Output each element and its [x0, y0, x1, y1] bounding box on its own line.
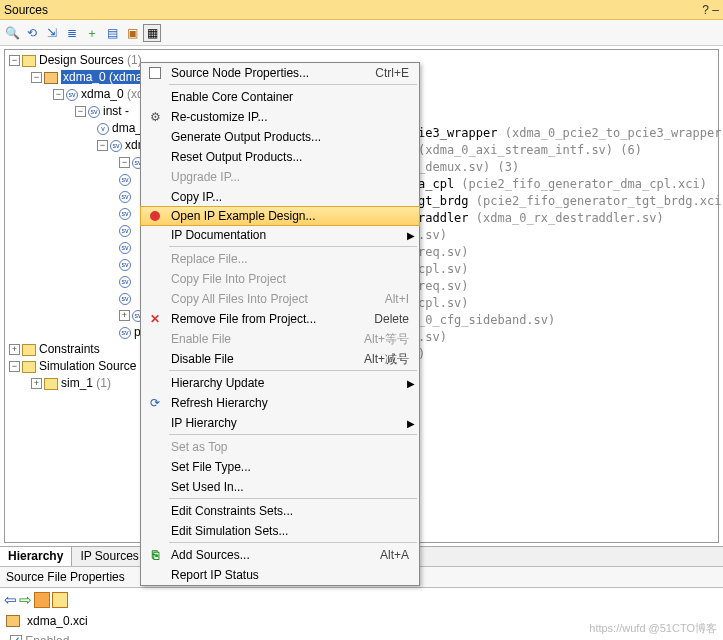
expander-icon[interactable]: −	[31, 72, 42, 83]
file-instance-name: raddler	[418, 211, 469, 225]
menu-item-refresh-hierarchy[interactable]: ⟳Refresh Hierarchy	[141, 393, 419, 413]
tree-file-row[interactable]: a_cpl (pcie2_fifo_generator_dma_cpl.xci)	[418, 176, 723, 193]
menu-item-open-ip-example-design[interactable]: Open IP Example Design...	[140, 206, 420, 226]
menu-item-remove-file-from-project[interactable]: ✕Remove File from Project...Delete	[141, 309, 419, 329]
expander-icon[interactable]: −	[53, 89, 64, 100]
menu-item-ip-hierarchy[interactable]: IP Hierarchy▶	[141, 413, 419, 433]
sv-icon: sv	[119, 293, 131, 305]
tree-file-row[interactable]: req.sv)	[418, 244, 723, 261]
tab-hierarchy[interactable]: Hierarchy	[0, 547, 72, 566]
tree-file-row[interactable]: ie3_wrapper (xdma_0_pcie2_to_pcie3_wrapp…	[418, 125, 723, 142]
tree-file-row[interactable]: )	[418, 346, 723, 363]
menu-item-re-customize-ip[interactable]: ⚙Re-customize IP...	[141, 107, 419, 127]
tree-file-row[interactable]: cpl.sv)	[418, 295, 723, 312]
chip-icon[interactable]: ▣	[123, 24, 141, 42]
menu-item-set-as-top: Set as Top	[141, 437, 419, 457]
back-icon[interactable]: ⇦	[4, 591, 17, 609]
show-icon[interactable]: ⟲	[23, 24, 41, 42]
tree-file-row[interactable]: raddler (xdma_0_rx_destraddler.sv)	[418, 210, 723, 227]
file-instance-name: ie3_wrapper	[418, 126, 497, 140]
tree-file-row[interactable]: cpl.sv)	[418, 261, 723, 278]
menu-item-copy-all-files-into-project: Copy All Files Into ProjectAlt+I	[141, 289, 419, 309]
menu-item-set-file-type[interactable]: Set File Type...	[141, 457, 419, 477]
menu-item-generate-output-products[interactable]: Generate Output Products...	[141, 127, 419, 147]
expander-icon[interactable]: −	[75, 106, 86, 117]
menu-item-add-sources[interactable]: ⎘Add Sources...Alt+A	[141, 545, 419, 565]
menu-shortcut: Alt+等号	[364, 331, 419, 348]
menu-item-copy-ip[interactable]: Copy IP...	[141, 187, 419, 207]
menu-item-enable-core-container[interactable]: Enable Core Container	[141, 87, 419, 107]
folder-icon	[22, 361, 36, 373]
window-title: Sources	[4, 3, 48, 17]
dma-label: dma_	[112, 120, 142, 137]
menu-label: Enable Core Container	[169, 90, 419, 104]
expander-icon[interactable]: −	[9, 55, 20, 66]
watermark: https://wufd @51CTO博客	[589, 621, 717, 636]
menu-item-disable-file[interactable]: Disable FileAlt+减号	[141, 349, 419, 369]
tree-file-row[interactable]: (xdma_0_axi_stream_intf.sv) (6)	[418, 142, 723, 159]
menu-label: IP Hierarchy	[169, 416, 419, 430]
ip-icon	[44, 72, 58, 84]
search-icon[interactable]: 🔍	[3, 24, 21, 42]
pin-icon[interactable]	[34, 592, 50, 608]
menu-item-ip-documentation[interactable]: IP Documentation▶	[141, 225, 419, 245]
context-menu[interactable]: Source Node Properties...Ctrl+EEnable Co…	[140, 62, 420, 586]
expander-icon[interactable]: −	[9, 361, 20, 372]
submenu-arrow-icon: ▶	[407, 230, 415, 241]
settings-icon[interactable]: ▤	[103, 24, 121, 42]
menu-shortcut: Alt+A	[380, 548, 419, 562]
box-icon[interactable]: ▦	[143, 24, 161, 42]
file-path: (xdma_0_pcie2_to_pcie3_wrapper.sv) (3)	[497, 126, 723, 140]
menu-label: Upgrade IP...	[169, 170, 419, 184]
menu-item-set-used-in[interactable]: Set Used In...	[141, 477, 419, 497]
file-path: .sv)	[418, 330, 447, 344]
tab-ip-sources[interactable]: IP Sources	[72, 547, 147, 566]
menu-shortcut: Alt+I	[385, 292, 419, 306]
file-path: cpl.sv)	[418, 296, 469, 310]
selected-file-name: xdma_0.xci	[27, 614, 88, 628]
expander-icon[interactable]: +	[31, 378, 42, 389]
sim-1-label: sim_1	[61, 375, 93, 392]
props-icon	[141, 67, 169, 79]
menu-item-hierarchy-update[interactable]: Hierarchy Update▶	[141, 373, 419, 393]
tree-file-row[interactable]: _demux.sv) (3)	[418, 159, 723, 176]
constraints-label: Constraints	[39, 341, 100, 358]
menu-separator	[169, 370, 417, 372]
checkbox-icon[interactable]: ✓	[10, 635, 22, 640]
expander-icon[interactable]: −	[97, 140, 108, 151]
forward-icon[interactable]: ⇨	[19, 591, 32, 609]
sim-sources-label: Simulation Source	[39, 358, 136, 375]
file-path: (pcie2_fifo_generator_dma_cpl.xci)	[454, 177, 707, 191]
select-icon[interactable]	[52, 592, 68, 608]
tree-file-row[interactable]: req.sv)	[418, 278, 723, 295]
menu-item-report-ip-status[interactable]: Report IP Status	[141, 565, 419, 585]
tree-file-row[interactable]: .sv)	[418, 227, 723, 244]
tree-file-row[interactable]: _0_cfg_sideband.sv)	[418, 312, 723, 329]
expander-icon[interactable]: +	[119, 310, 130, 321]
help-collapse-controls[interactable]: ? –	[702, 3, 719, 17]
menu-label: Generate Output Products...	[169, 130, 419, 144]
submenu-arrow-icon: ▶	[407, 378, 415, 389]
tree-file-row[interactable]: .sv)	[418, 329, 723, 346]
expander-icon[interactable]: −	[119, 157, 130, 168]
menu-item-reset-output-products[interactable]: Reset Output Products...	[141, 147, 419, 167]
file-path: (xdma_0_rx_destraddler.sv)	[469, 211, 664, 225]
file-path: _demux.sv) (3)	[418, 160, 519, 174]
folder-icon	[22, 55, 36, 67]
menu-label: IP Documentation	[169, 228, 419, 242]
menu-item-edit-constraints-sets[interactable]: Edit Constraints Sets...	[141, 501, 419, 521]
title-bar: Sources ? –	[0, 0, 723, 20]
menu-label: Edit Constraints Sets...	[169, 504, 419, 518]
menu-label: Set File Type...	[169, 460, 419, 474]
menu-item-edit-simulation-sets[interactable]: Edit Simulation Sets...	[141, 521, 419, 541]
tree-icon[interactable]: ≣	[63, 24, 81, 42]
file-path: .sv)	[418, 228, 447, 242]
menu-item-source-node-properties[interactable]: Source Node Properties...Ctrl+E	[141, 63, 419, 83]
sv-icon: v	[97, 123, 109, 135]
tree-file-row[interactable]: gt_brdg (pcie2_fifo_generator_tgt_brdg.x…	[418, 193, 723, 210]
inst-label: inst -	[103, 103, 129, 120]
expander-icon[interactable]: +	[9, 344, 20, 355]
xred-icon: ✕	[141, 312, 169, 326]
add-icon[interactable]: ＋	[83, 24, 101, 42]
collapse-all-icon[interactable]: ⇲	[43, 24, 61, 42]
